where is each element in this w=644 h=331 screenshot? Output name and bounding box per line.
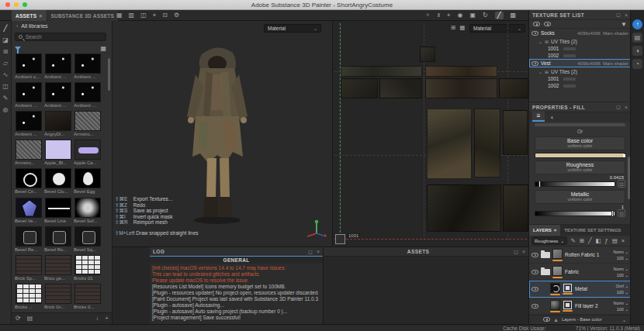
- uv-tile-row[interactable]: 1002: [529, 82, 630, 89]
- filter-icon[interactable]: ▼: [621, 21, 627, 28]
- layer-row-selected[interactable]: Metal Ovrl ⌄ 100 ⌄: [529, 281, 630, 298]
- metallic-slider[interactable]: [535, 211, 615, 216]
- slider-handle[interactable]: [538, 181, 541, 188]
- material-picker-tool[interactable]: ✎: [3, 95, 9, 102]
- tab-layers[interactable]: LAYERS ×: [529, 225, 560, 236]
- tab-assets[interactable]: ASSETS ×: [12, 10, 47, 21]
- opacity-dropdown[interactable]: 100 ⌄: [608, 289, 628, 295]
- visibility-eye-icon[interactable]: [531, 31, 538, 36]
- asset-item[interactable]: Ambient ...: [43, 81, 73, 110]
- blend-mode-dropdown[interactable]: Ovrl ⌄: [608, 283, 628, 289]
- asset-item[interactable]: Bevel Line: [43, 197, 73, 226]
- asset-item[interactable]: Bevel Ve...: [14, 197, 43, 226]
- smudge-tool[interactable]: ∿: [3, 72, 9, 78]
- layer-visibility-eye-icon[interactable]: [531, 270, 538, 274]
- layer-visibility-eye-icon[interactable]: [531, 287, 538, 291]
- tab-substance-3d-assets[interactable]: SUBSTANCE 3D ASSETS: [47, 10, 118, 21]
- uv-grid-icon[interactable]: ⊞: [451, 25, 455, 31]
- texture-view-icon[interactable]: ▦: [459, 25, 465, 31]
- opacity-dropdown[interactable]: 100 ⌄: [608, 272, 628, 278]
- asset-item[interactable]: Ambient ...: [14, 81, 43, 110]
- add-fill-layer-icon[interactable]: ◧: [596, 238, 601, 244]
- quick-mask-tool[interactable]: ◍: [3, 107, 9, 113]
- asset-item[interactable]: Bevel Sq...: [73, 226, 102, 254]
- add-effect-icon[interactable]: ƒ: [605, 238, 608, 244]
- add-resource-icon[interactable]: +: [105, 315, 109, 322]
- asset-item[interactable]: Bevel Cir...: [14, 167, 43, 196]
- 3d-viewport[interactable]: Material ⌄: [113, 21, 332, 247]
- close-panel-icon[interactable]: ×: [522, 249, 525, 254]
- close-panel-icon[interactable]: ×: [625, 12, 628, 18]
- share-export-icon[interactable]: ↑: [632, 19, 642, 29]
- 2d-uv-viewport[interactable]: ⊞▦ Material ⌄ 1001: [332, 21, 528, 247]
- asset-item[interactable]: Bevel Re...: [14, 226, 43, 254]
- asset-item[interactable]: Brico ge...: [43, 254, 73, 283]
- opacity-dropdown[interactable]: 100 ⌄: [608, 306, 628, 312]
- symmetry-icon[interactable]: ⌖: [153, 12, 157, 19]
- layer-row[interactable]: Fabric Norm ⌄ 100 ⌄: [529, 264, 630, 281]
- float-panel-icon[interactable]: ◻: [514, 249, 518, 255]
- material-preview-tab[interactable]: ◐: [546, 113, 559, 122]
- add-group-icon[interactable]: ▤: [612, 238, 618, 244]
- viewport-split-icon[interactable]: ▥: [129, 12, 135, 19]
- metallic-button[interactable]: Metallic uniform color: [535, 190, 625, 204]
- grid-view-icon[interactable]: ▦: [100, 45, 106, 52]
- float-panel-icon[interactable]: ◻: [616, 104, 621, 110]
- close-tab-icon[interactable]: ×: [39, 13, 42, 19]
- float-panel-icon[interactable]: ◻: [616, 12, 621, 18]
- opacity-dropdown[interactable]: 100 ⌄: [608, 255, 628, 261]
- visibility-eye-icon[interactable]: [531, 61, 538, 66]
- layer-row[interactable]: Rotten Fabric 1 Norm ⌄ 100 ⌄: [529, 247, 630, 264]
- asset-item[interactable]: Bevel Ro...: [43, 226, 73, 254]
- asset-item[interactable]: Ambient o...: [14, 53, 43, 81]
- texture-set-row-selected[interactable]: Vest 4096x4096 Main shader: [529, 59, 630, 67]
- texture-set-row[interactable]: Socks 4096x4096 Main shader: [529, 29, 630, 37]
- breadcrumb[interactable]: › All libraries: [16, 23, 48, 29]
- paint-tool[interactable]: ╱: [4, 26, 8, 32]
- asset-item[interactable]: Bevel Clo...: [43, 167, 73, 196]
- display-settings-icon[interactable]: ◑: [632, 46, 642, 56]
- uv-tiles-row[interactable]: ⌄ ⊞ UV Tiles (2): [529, 67, 630, 75]
- channel-filter-dropdown[interactable]: Roughness ⌄: [531, 236, 567, 245]
- paint-mode-icon[interactable]: ╱: [495, 12, 504, 19]
- asset-item[interactable]: Brick Sp...: [14, 254, 43, 283]
- search-input[interactable]: Search: [15, 33, 106, 41]
- asset-item[interactable]: Brick Gr...: [43, 283, 73, 312]
- close-panel-icon[interactable]: ×: [625, 105, 628, 110]
- viewport-layout-icon[interactable]: ▦: [116, 12, 123, 19]
- solo-eye-icon[interactable]: [544, 22, 551, 26]
- layer-visibility-eye-icon[interactable]: [531, 304, 538, 309]
- close-panel-icon[interactable]: ×: [317, 249, 320, 254]
- show-all-eye-icon[interactable]: [533, 22, 540, 26]
- camera-icon[interactable]: ◉: [458, 12, 463, 19]
- base-color-button[interactable]: Base color uniform color: [535, 136, 625, 150]
- snap-icon[interactable]: ⌖: [447, 12, 451, 19]
- rotate-view-icon[interactable]: ↻: [483, 12, 488, 19]
- stamp-icon[interactable]: ⊞: [580, 238, 584, 244]
- material-properties-tab[interactable]: ≡: [532, 112, 545, 122]
- asset-item[interactable]: Ambient ...: [73, 53, 102, 81]
- uv-tile-row[interactable]: 1002: [529, 52, 630, 59]
- delete-layer-icon[interactable]: ×: [621, 238, 625, 244]
- roughness-slider[interactable]: [535, 181, 615, 187]
- blend-mode-dropdown[interactable]: Norm ⌄: [608, 300, 628, 306]
- blend-mode-dropdown[interactable]: Norm ⌄: [608, 249, 628, 255]
- asset-item[interactable]: Apple Ca...: [73, 139, 102, 167]
- slider-handle[interactable]: [611, 210, 614, 217]
- import-resources-icon[interactable]: ↓: [95, 315, 99, 322]
- sync-shelf-icon[interactable]: ⟳: [16, 315, 21, 322]
- blend-mode-dropdown[interactable]: Norm ⌄: [608, 266, 628, 272]
- texture-slot-icon[interactable]: ⊡: [618, 209, 625, 217]
- uv-tile-row[interactable]: 1001: [529, 75, 630, 82]
- asset-item[interactable]: Bricks 0...: [73, 283, 102, 312]
- roughness-button[interactable]: Roughness uniform color: [535, 160, 625, 174]
- close-tab-icon[interactable]: ×: [554, 228, 557, 233]
- filter-funnel-icon[interactable]: [15, 47, 21, 50]
- uv-tile-row[interactable]: 1001: [529, 45, 630, 52]
- asset-item[interactable]: Armstro...: [73, 110, 102, 139]
- shelf-folder-icon[interactable]: ▤: [27, 315, 33, 322]
- float-panel-icon[interactable]: ◻: [308, 249, 313, 255]
- layers-footer[interactable]: ▲ Layers - Base color ⌄: [529, 315, 630, 323]
- viewport-settings-gear-icon[interactable]: ⚙: [174, 12, 179, 19]
- edit-tools-icon[interactable]: ✎: [570, 238, 575, 244]
